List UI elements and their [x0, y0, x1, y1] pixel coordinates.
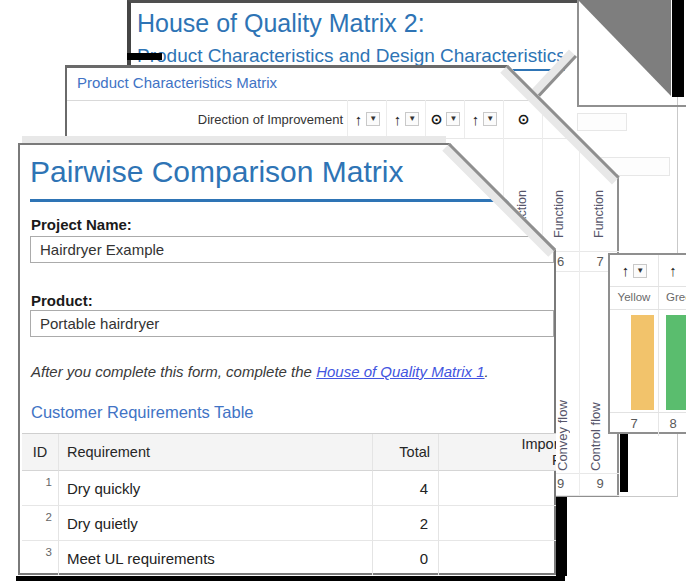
target-icon: ⊙ — [431, 112, 443, 126]
column-header-convey-flow: Convey flow — [555, 374, 571, 471]
up-arrow-icon: ↑ — [355, 112, 363, 127]
row-total: 0 — [372, 541, 438, 576]
caret-down-icon: ▼ — [636, 267, 644, 275]
page-title: Pairwise Comparison Matrix — [30, 155, 403, 189]
hoq2-title-line2: Product Characteristics and Design Chara… — [137, 45, 563, 67]
header-requirement-label: Requirement — [67, 444, 150, 460]
note-text: After you complete this form, complete t… — [31, 363, 489, 380]
grid-line — [610, 286, 686, 287]
dropdown-button[interactable]: ▼ — [446, 112, 460, 126]
dropdown-button[interactable]: ▼ — [483, 112, 497, 126]
header-total-label: Total — [399, 444, 430, 460]
project-name-label: Project Name: — [31, 216, 132, 233]
row-requirement[interactable]: Dry quietly — [58, 506, 372, 541]
row-requirement[interactable]: Meet UL requirements — [58, 541, 372, 576]
shadow-strip — [620, 434, 628, 492]
direction-select[interactable]: ↑ ▼ — [348, 100, 387, 138]
customer-requirements-heading: Customer Requirements Table — [31, 403, 254, 422]
note-before: After you complete this form, complete t… — [31, 363, 316, 380]
pcm-heading: Product Characteristics Matrix — [77, 74, 277, 91]
customer-requirements-table: ID Requirement Total Importance Rating 1… — [22, 433, 602, 577]
dropdown-button[interactable]: ▼ — [405, 112, 419, 126]
header-id: ID — [22, 434, 58, 471]
direction-select[interactable]: ↑ — [658, 255, 686, 286]
page-color-bars-fragment: ↑ ▼ ↑ Yellow Green 7 8 — [608, 253, 686, 434]
shadow-strip — [670, 0, 684, 97]
up-arrow-icon: ↑ — [622, 263, 630, 278]
direction-select[interactable]: ⊙ ▼ — [426, 100, 465, 138]
color-name-green: Green — [666, 291, 686, 303]
caret-down-icon: ▼ — [486, 115, 494, 123]
direction-of-improvement-label: Direction of Improvement — [67, 112, 343, 127]
flow-number: 9 — [579, 476, 621, 491]
note-after: . — [485, 363, 489, 380]
yellow-bar — [631, 315, 654, 410]
header-requirement: Requirement — [58, 434, 372, 471]
row-importance[interactable] — [438, 541, 602, 576]
row-requirement[interactable]: Dry quickly — [58, 471, 372, 506]
column-header-function: Function — [552, 180, 568, 238]
header-total: Total — [372, 434, 438, 471]
row-total: 2 — [372, 506, 438, 541]
row-id: 3 — [22, 541, 58, 576]
stacked-forms-canvas: House of Quality Matrix 2: Product Chara… — [0, 0, 686, 581]
grid-line — [610, 309, 686, 310]
blank-input-box[interactable] — [577, 113, 627, 131]
column-number: 7 — [610, 416, 658, 431]
shadow-strip — [556, 497, 567, 576]
color-name-yellow: Yellow — [610, 291, 658, 303]
row-id: 2 — [22, 506, 58, 541]
product-input[interactable] — [30, 310, 554, 337]
row-importance[interactable] — [438, 506, 602, 541]
row-id: 1 — [22, 471, 58, 506]
direction-select[interactable]: ↑ ▼ — [611, 255, 658, 286]
hoq-matrix-1-link[interactable]: House of Quality Matrix 1 — [316, 363, 484, 380]
page-pairwise-comparison-matrix: Pairwise Comparison Matrix Project Name:… — [18, 143, 556, 575]
project-name-input[interactable] — [30, 236, 554, 263]
up-arrow-icon: ↑ — [669, 263, 677, 278]
column-header-function: Function — [592, 180, 608, 238]
column-header-control-flow: Control flow — [588, 374, 604, 471]
dropdown-button[interactable]: ▼ — [633, 264, 647, 278]
green-bar — [666, 315, 686, 410]
fold-bottom-edge — [577, 105, 686, 107]
direction-select[interactable]: ↑ ▼ — [387, 100, 426, 138]
page-edge-shading — [22, 136, 446, 143]
product-label: Product: — [31, 292, 93, 309]
grid-line — [610, 412, 686, 413]
title-rule — [30, 199, 546, 202]
caret-down-icon: ▼ — [369, 115, 377, 123]
shadow-strip — [127, 53, 162, 60]
column-number: 8 — [658, 416, 686, 431]
shadow-strip — [16, 576, 565, 581]
up-arrow-icon: ↑ — [472, 112, 480, 127]
direction-select[interactable]: ↑ ▼ — [465, 100, 504, 138]
caret-down-icon: ▼ — [408, 115, 416, 123]
dropdown-button[interactable]: ▼ — [366, 112, 380, 126]
hoq2-title-line1: House of Quality Matrix 2: — [137, 9, 425, 38]
caret-down-icon: ▼ — [449, 115, 457, 123]
header-id-label: ID — [33, 444, 48, 460]
target-icon: ⊙ — [518, 112, 530, 126]
up-arrow-icon: ↑ — [394, 112, 402, 127]
grid-line — [579, 100, 580, 495]
row-total: 4 — [372, 471, 438, 506]
